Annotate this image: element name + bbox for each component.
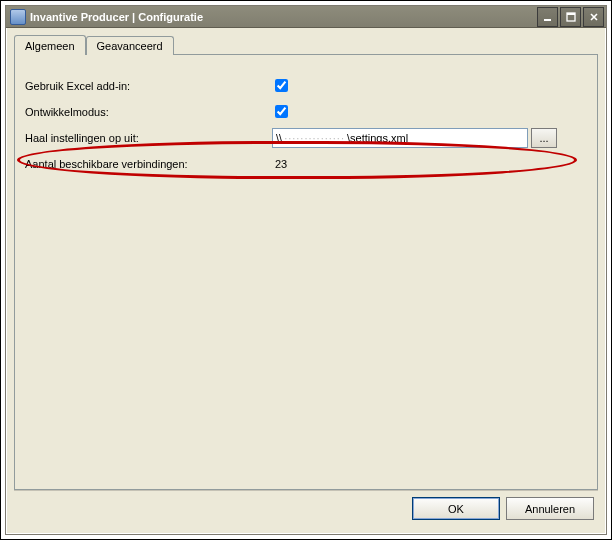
use-excel-addin-label: Gebruik Excel add-in: <box>25 80 275 92</box>
dev-mode-checkbox[interactable] <box>275 105 288 118</box>
cancel-button[interactable]: Annuleren <box>506 497 594 520</box>
maximize-button[interactable] <box>560 7 581 27</box>
settings-path-input[interactable]: \\ ··············· \settings.xml <box>272 128 528 148</box>
title-bar: Invantive Producer | Configuratie <box>6 6 606 28</box>
close-button[interactable] <box>583 7 604 27</box>
use-excel-addin-checkbox[interactable] <box>275 79 288 92</box>
browse-button[interactable]: ... <box>531 128 557 148</box>
tab-general[interactable]: Algemeen <box>14 35 86 55</box>
dev-mode-label: Ontwikkelmodus: <box>25 106 275 118</box>
connections-count-value: 23 <box>275 158 287 170</box>
connections-count-label: Aantal beschikbare verbindingen: <box>25 158 275 170</box>
svg-rect-0 <box>544 19 551 21</box>
window-title: Invantive Producer | Configuratie <box>30 11 537 23</box>
tab-advanced[interactable]: Geavanceerd <box>86 36 174 55</box>
general-panel: Gebruik Excel add-in: Ontwikkelmodus: Ha… <box>14 55 598 490</box>
settings-path-obscured: ··············· <box>282 132 347 144</box>
minimize-button[interactable] <box>537 7 558 27</box>
settings-path-suffix: \settings.xml <box>347 132 408 144</box>
ok-button[interactable]: OK <box>412 497 500 520</box>
settings-path-label: Haal instellingen op uit: <box>25 132 272 144</box>
app-icon <box>10 9 26 25</box>
svg-rect-2 <box>567 13 575 15</box>
config-dialog: Invantive Producer | Configuratie Algeme… <box>5 5 607 535</box>
dialog-button-bar: OK Annuleren <box>14 490 598 526</box>
